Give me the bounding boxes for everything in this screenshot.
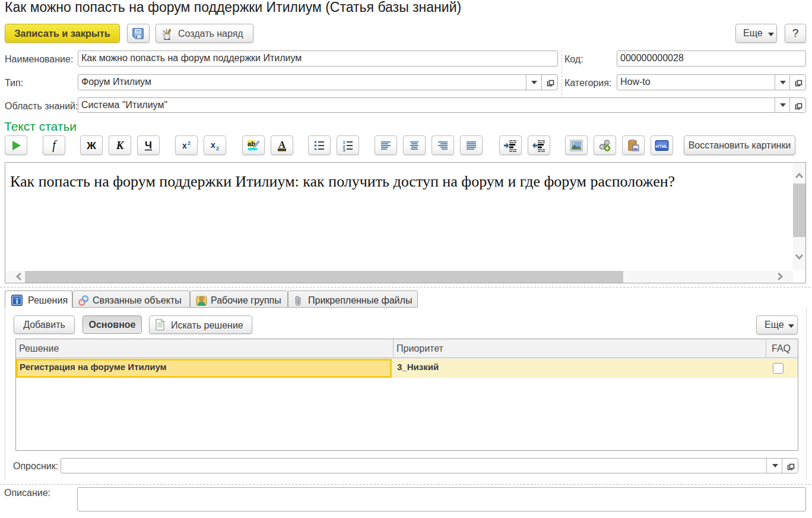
svg-text:i: i	[16, 296, 18, 305]
svg-text:x: x	[211, 140, 215, 150]
svg-text:3: 3	[342, 147, 345, 152]
svg-text:К: К	[116, 139, 125, 151]
svg-text:x: x	[182, 141, 187, 150]
svg-text:f: f	[52, 139, 57, 152]
svg-text:2: 2	[216, 146, 219, 151]
svg-text:A: A	[278, 139, 286, 149]
svg-text:Ж: Ж	[86, 140, 96, 151]
svg-text:Ч: Ч	[145, 139, 152, 150]
svg-text:HTML: HTML	[656, 144, 668, 149]
svg-text:2: 2	[188, 140, 191, 146]
